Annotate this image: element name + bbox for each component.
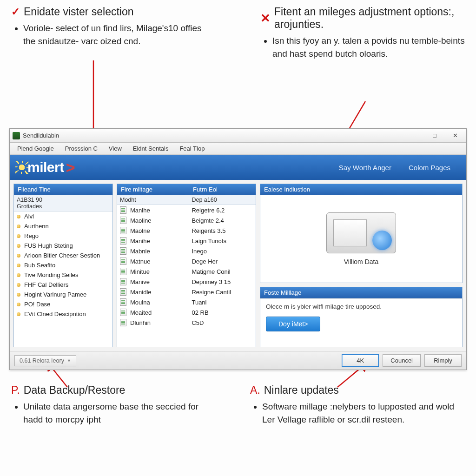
list-item[interactable]: MinitueMatigme Conil [117, 266, 256, 277]
list-item[interactable]: ManidleResigne Cantil [117, 287, 256, 297]
list-item-label: Minitue [130, 268, 192, 275]
menu-feal-tlop[interactable]: Feal Tlop [174, 144, 210, 153]
list-item-value: Inego [192, 248, 253, 255]
page-icon [120, 268, 126, 275]
app-icon [13, 132, 20, 139]
list-item[interactable]: EVit Clned Descipntion [14, 309, 112, 319]
menu-eldnt-sentals[interactable]: Eldnt Sentals [127, 144, 174, 153]
restore-label: 0.61 Relora Ieory [20, 357, 64, 364]
bullet-icon [17, 264, 20, 267]
device-caption: Villiom Data [344, 258, 378, 265]
callout-top-right: ✕ Fitent an mileges adjustment options:,… [260, 6, 465, 62]
list-item-value: Laign Tunots [192, 238, 253, 245]
list-item-label: Manive [130, 278, 192, 285]
header-strip: milert > Say Worth Anger Colom Pages [10, 155, 466, 180]
apply-button[interactable]: Rimply [424, 354, 462, 367]
x-icon: ✕ [260, 11, 271, 26]
doy-imet-button[interactable]: Doy iMet> [266, 317, 320, 331]
list-item[interactable]: FHF Cal Delliers [14, 280, 112, 290]
list-item-value: Beigmte 2.4 [192, 217, 253, 224]
header-link-say-worth-anger[interactable]: Say Worth Anger [331, 162, 400, 173]
list-item[interactable]: ManiheLaign Tunots [117, 236, 256, 246]
foste-message: Olece m is ybler witfl milage tire uppos… [266, 303, 456, 310]
panel-header: Flleand Tine [14, 184, 112, 195]
list-item[interactable]: MabnieInego [117, 246, 256, 256]
page-icon [120, 298, 126, 306]
list-item[interactable]: PO! Dase [14, 299, 112, 309]
page-icon [120, 247, 126, 255]
window-title: Sendlidulabin [23, 132, 59, 139]
page-icon [120, 237, 126, 245]
list-item[interactable]: Tive Monding Seiles [14, 270, 112, 280]
list-subhead[interactable]: Modht Dep a160 [117, 195, 256, 205]
list-item[interactable]: DlunhinC5D [117, 317, 256, 328]
list-item-label: Bub Seafito [24, 262, 110, 269]
list-item-label: EVit Clned Descipntion [24, 311, 110, 317]
letter-a-icon: A. [250, 384, 260, 397]
menu-plend-google[interactable]: Plend Google [12, 144, 60, 153]
maximize-button[interactable]: □ [424, 129, 445, 142]
panel-body[interactable]: A1B31 90 Grotiades AlviAurthennRegoFUS H… [14, 195, 112, 347]
list-item-label: Dlunhin [130, 319, 192, 326]
workarea: Flleand Tine A1B31 90 Grotiades AlviAurt… [10, 180, 466, 351]
list-item-label: Hogint Varinurg Pamee [24, 291, 110, 298]
bullet-icon [17, 234, 20, 238]
minimize-button[interactable]: — [404, 129, 424, 142]
list-item[interactable]: MaolineBeigmte 2.4 [117, 215, 256, 225]
panel-flleand-tine: Flleand Tine A1B31 90 Grotiades AlviAurt… [13, 184, 113, 347]
menu-prosssion[interactable]: Prosssion C [60, 144, 103, 153]
callout-bullet: Voriole- select of un find lirs, Milage'… [23, 22, 216, 47]
callout-title: Fitent an mileges adjustment options:, a… [274, 6, 465, 31]
page-icon [120, 319, 126, 326]
bullet-icon [17, 312, 20, 316]
list-item-label: FHF Cal Delliers [24, 281, 110, 288]
list-item-label: FUS Hugh Steting [24, 242, 110, 249]
list-item-label: PO! Dase [24, 301, 110, 308]
callout-bottom-left: P. Data Backup/Restore Unilate data ange… [11, 384, 216, 428]
ok-button[interactable]: 4K [342, 354, 379, 367]
list-item-label: Mabnie [130, 248, 192, 255]
list-item-label: Manihe [130, 238, 192, 245]
list-item-label: Manidle [130, 289, 192, 296]
cancel-button[interactable]: Councel [383, 354, 421, 367]
list-item[interactable]: Bub Seafito [14, 260, 112, 270]
list-item-value: Dege Her [192, 258, 253, 265]
header-link-colom-pages[interactable]: Colom Pages [400, 162, 459, 173]
list-item[interactable]: Meaited02 RB [117, 307, 256, 317]
list-item-label: Moulna [130, 299, 192, 306]
list-item[interactable]: FUS Hugh Steting [14, 241, 112, 251]
list-item-label: Maolne [130, 227, 192, 234]
right-column: Ealese Indlustion Villiom Data Foste Mil… [260, 184, 463, 347]
bullet-icon [17, 303, 20, 306]
list-item[interactable]: Rego [14, 231, 112, 241]
list-subhead[interactable]: A1B31 90 Grotiades [14, 195, 112, 212]
titlebar[interactable]: Sendlidulabin — □ ✕ [10, 129, 466, 143]
list-item[interactable]: Alvi [14, 212, 112, 221]
list-item[interactable]: Hogint Varinurg Pamee [14, 290, 112, 299]
list-item-label: Alvi [24, 213, 110, 220]
list-item[interactable]: MatnueDege Her [117, 256, 256, 266]
list-item[interactable]: MaolneReigents 3.5 [117, 225, 256, 236]
list-item[interactable]: MoulnaTuanl [117, 297, 256, 307]
menu-view[interactable]: View [103, 144, 127, 153]
restore-dropdown[interactable]: 0.61 Relora Ieory ▼ [14, 355, 76, 366]
list-item-label: Maoline [130, 217, 192, 224]
bullet-icon [17, 273, 20, 277]
list-item[interactable]: Aurthenn [14, 221, 112, 231]
menubar: Plend Google Prosssion C View Eldnt Sent… [10, 143, 466, 155]
panel-fire-miltage: Fire miltage Futrn Eol Modht Dep a160 Ma… [117, 184, 256, 347]
close-button[interactable]: ✕ [445, 129, 465, 142]
panel-body[interactable]: Modht Dep a160 ManiheReigetre 6.2Maoline… [117, 195, 256, 347]
callout-bullet: Isn this fyoy an y. talen a povids nu te… [272, 34, 465, 60]
logo-arrow-icon: > [66, 159, 75, 175]
letter-p-icon: P. [11, 384, 20, 397]
list-item[interactable]: ManiheReigetre 6.2 [117, 205, 256, 215]
list-item-value: Reigents 3.5 [192, 227, 253, 234]
bullet-icon [17, 225, 20, 228]
list-item-label: Arloon Bitler Cheser Sestion [24, 252, 110, 259]
check-icon: ✓ [11, 6, 20, 18]
list-item-value: Tuanl [192, 299, 253, 306]
list-item[interactable]: ManiveDepniney 3 15 [117, 277, 256, 287]
list-item[interactable]: Arloon Bitler Cheser Sestion [14, 251, 112, 260]
list-item-value: Matigme Conil [192, 268, 253, 275]
